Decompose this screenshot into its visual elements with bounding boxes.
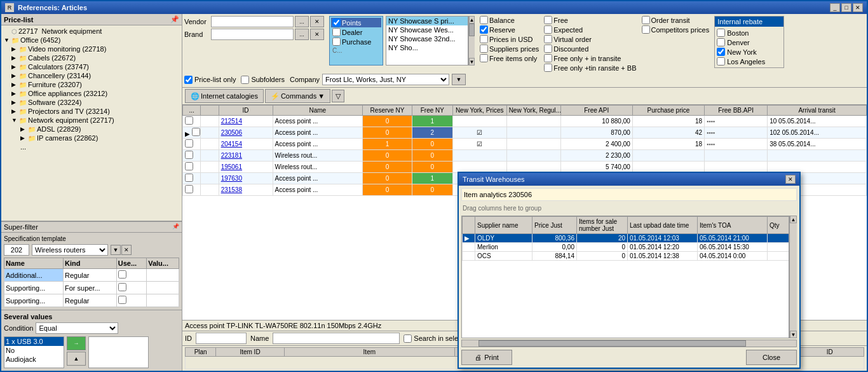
- transit-warehouses-modal[interactable]: Transit Warehouses ✕ Item analytics 2305…: [458, 172, 801, 369]
- reserve-checkbox[interactable]: [480, 25, 488, 34]
- row-id-7[interactable]: 231538: [219, 184, 273, 196]
- use-cb-3[interactable]: [118, 296, 126, 304]
- selected-values-listbox[interactable]: [88, 336, 149, 368]
- tree-item-more[interactable]: ...: [3, 142, 180, 151]
- modal-grid[interactable]: Supplier name Price Just Items for sale …: [461, 216, 789, 338]
- discounted-checkbox[interactable]: [544, 45, 552, 53]
- filter-btn[interactable]: ▽: [332, 90, 344, 102]
- suppliers-checkbox[interactable]: [480, 45, 488, 53]
- col-id[interactable]: ID: [219, 106, 273, 116]
- modal-col-supplier[interactable]: Supplier name: [475, 217, 532, 234]
- order-transit-checkbox[interactable]: [642, 16, 650, 24]
- value-item-3[interactable]: Audiojack: [4, 355, 64, 364]
- tree-container[interactable]: ⬡ 22717 Network equipment ▼ 📁 Office (64…: [1, 25, 182, 221]
- modal-col-price[interactable]: Price Just: [532, 217, 577, 234]
- maximize-button[interactable]: □: [841, 3, 851, 12]
- col-arrival[interactable]: Arrival transit: [768, 106, 867, 116]
- col-reserve-ny[interactable]: Reserve NY: [363, 106, 412, 116]
- tree-item-chancellery[interactable]: ▶ 📁 Chancellery (23144): [3, 71, 180, 80]
- tree-item-furniture[interactable]: ▶ 📁 Furniture (23207): [3, 80, 180, 89]
- tree-item-ip-cameras[interactable]: ▶ 📁 IP cameras (22862): [3, 134, 180, 142]
- free-intransite-checkbox[interactable]: [544, 54, 552, 62]
- spec-clear-btn[interactable]: ✕: [121, 245, 132, 255]
- value-item-2[interactable]: No: [4, 346, 64, 355]
- modal-col-qty[interactable]: Qty: [768, 217, 790, 234]
- brand-clear-btn[interactable]: ✕: [310, 29, 324, 40]
- grid-row-5[interactable]: 195061 Wireless rout... 0 0 5 740,00: [183, 162, 867, 173]
- points-item[interactable]: Points: [331, 18, 381, 27]
- modal-close-btn[interactable]: ✕: [785, 175, 796, 184]
- col-free-api[interactable]: Free API: [560, 106, 632, 116]
- tree-item-adsl[interactable]: ▶ 📁 ADSL (22829): [3, 125, 180, 134]
- dealer-checkbox[interactable]: [332, 28, 341, 36]
- price-list-only-checkbox[interactable]: [184, 76, 193, 84]
- row-check-7[interactable]: [183, 184, 201, 196]
- expected-checkbox[interactable]: [544, 25, 552, 34]
- modal-scroll-up[interactable]: ▲: [790, 216, 797, 223]
- tree-item-network-sub[interactable]: ▼ 📁 Network equipment (22717): [3, 116, 180, 125]
- col-free-bb[interactable]: Free BB.API: [705, 106, 768, 116]
- col-purchase[interactable]: Purchase price: [632, 106, 704, 116]
- value-listbox[interactable]: 1 x USB 3.0 No Audiojack: [4, 336, 64, 368]
- search-select-checkbox[interactable]: [403, 334, 412, 343]
- row-id-6[interactable]: 197630: [219, 173, 273, 184]
- vendor-clear-btn[interactable]: ✕: [310, 16, 324, 27]
- vendor-input[interactable]: [211, 16, 294, 27]
- modal-col-toa[interactable]: Item's TOA: [698, 217, 768, 234]
- add-value-btn[interactable]: →: [67, 336, 86, 350]
- free-intransite-bb-checkbox[interactable]: [544, 64, 552, 72]
- print-button[interactable]: 🖨 Print: [461, 350, 512, 365]
- modal-row-2[interactable]: Merlion 0,00 0 01.05.2014 12:20 06.05.20…: [463, 243, 790, 252]
- brand-browse-btn[interactable]: ...: [295, 29, 309, 40]
- rebate-la-checkbox[interactable]: [717, 57, 725, 65]
- row-id-1[interactable]: 212514: [219, 116, 273, 127]
- rebate-denver-checkbox[interactable]: [717, 38, 725, 46]
- modal-col-last-update[interactable]: Last upbad date time: [628, 217, 698, 234]
- name-search-input[interactable]: [273, 333, 400, 344]
- rebate-new-york-checkbox[interactable]: [717, 48, 725, 56]
- spec-dropdown-btn[interactable]: ▼: [111, 245, 121, 255]
- free-checkbox[interactable]: [544, 16, 552, 24]
- col-name[interactable]: Name: [273, 106, 363, 116]
- close-button[interactable]: Close: [746, 350, 797, 365]
- value-item-1[interactable]: 1 x USB 3.0: [4, 337, 64, 346]
- condition-select[interactable]: Equal: [36, 322, 118, 334]
- modal-scroll-down[interactable]: ▼: [790, 331, 797, 338]
- id-search-input[interactable]: [196, 333, 247, 344]
- row-id-3[interactable]: 204154: [219, 139, 273, 150]
- purchase-checkbox[interactable]: [332, 38, 341, 46]
- tree-item-office[interactable]: ▼ 📁 Office (6452): [3, 36, 180, 45]
- spec-name-select[interactable]: Wireless routers: [32, 244, 108, 256]
- free-items-checkbox[interactable]: [480, 54, 488, 62]
- ny-list-box[interactable]: NY Showcase S pri... NY Showcase Wes... …: [386, 16, 468, 65]
- grid-row-4[interactable]: 223181 Wireless rout... 0 0 2 230,00: [183, 150, 867, 162]
- row-check-5[interactable]: [183, 162, 201, 173]
- ny-scrollbar[interactable]: ▲ ▼: [468, 16, 475, 65]
- row-id-2[interactable]: 230506: [219, 127, 273, 139]
- internet-catalogies-btn[interactable]: 🌐 Internet catalogies: [185, 89, 264, 103]
- company-select[interactable]: Frost Llc, Works, Just, NY: [322, 74, 449, 85]
- brand-input[interactable]: [211, 29, 294, 40]
- ny-item-1[interactable]: NY Showcase S pri...: [386, 17, 468, 25]
- minimize-button[interactable]: _: [830, 3, 840, 12]
- ny-item-3[interactable]: NY Showcase 32nd...: [386, 34, 468, 43]
- virtual-order-checkbox[interactable]: [544, 35, 552, 43]
- row-check-1[interactable]: [183, 116, 201, 127]
- competitors-checkbox[interactable]: [642, 25, 650, 34]
- row-check-2[interactable]: ▶: [183, 127, 201, 139]
- tree-item-cabels[interactable]: ▶ 📁 Cabels (22672): [3, 53, 180, 62]
- subfolders-checkbox[interactable]: [241, 76, 249, 84]
- rebate-boston-checkbox[interactable]: [717, 29, 725, 37]
- balance-checkbox[interactable]: [480, 16, 488, 24]
- col-ny-regul[interactable]: New York, Regul...: [506, 106, 560, 116]
- row-check-6[interactable]: [183, 173, 201, 184]
- tree-item-projectors[interactable]: ▶ 📁 Projectors and TV (23214): [3, 107, 180, 116]
- use-cb-1[interactable]: [118, 270, 126, 279]
- modal-hscrollbar[interactable]: [461, 340, 797, 347]
- tree-item-office-appliances[interactable]: ▶ 📁 Office appliances (23212): [3, 89, 180, 98]
- use-cb-2[interactable]: [118, 283, 126, 291]
- row-check-3[interactable]: [183, 139, 201, 150]
- modal-row-3[interactable]: OCS 884,14 0 01.05.2014 12:38 04.05.2014…: [463, 252, 790, 261]
- ny-item-2[interactable]: NY Showcase Wes...: [386, 25, 468, 34]
- points-checkbox[interactable]: [332, 18, 341, 27]
